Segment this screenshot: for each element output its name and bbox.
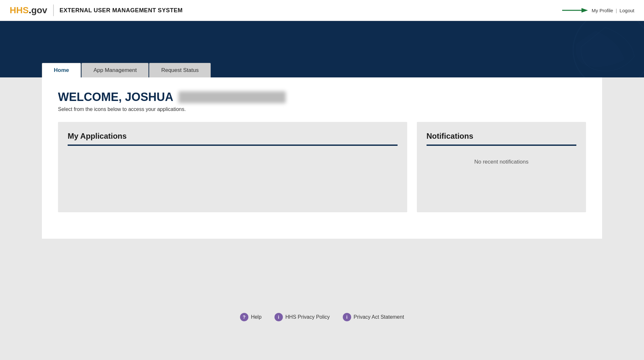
welcome-section: WELCOME, JOSHUA ██████████████ Select fr… (58, 90, 586, 112)
welcome-title: WELCOME, JOSHUA ██████████████ (58, 90, 586, 104)
help-icon: ? (240, 313, 248, 321)
header-right: My Profile | Logout (562, 6, 634, 14)
tab-app-management[interactable]: App Management (82, 63, 149, 77)
content-panel: WELCOME, JOSHUA ██████████████ Select fr… (42, 77, 602, 239)
nav-divider: | (616, 8, 617, 13)
notifications-panel: Notifications No recent notifications (417, 122, 586, 212)
gov-text: gov (31, 5, 47, 15)
hhs-logo: HHS.gov (10, 5, 47, 15)
my-profile-link[interactable]: My Profile (592, 8, 613, 13)
my-applications-panel: My Applications (58, 122, 407, 212)
hhs-privacy-icon: i (274, 313, 283, 321)
header-logo-divider (53, 5, 54, 16)
tab-request-status[interactable]: Request Status (149, 63, 210, 77)
privacy-act-icon: i (343, 313, 351, 321)
hhs-privacy-label: HHS Privacy Policy (285, 314, 330, 320)
svg-marker-1 (582, 8, 588, 13)
nav-banner: Home App Management Request Status (0, 21, 644, 77)
tab-home[interactable]: Home (42, 63, 81, 77)
notifications-underline (427, 145, 576, 146)
header-left: HHS.gov EXTERNAL USER MANAGEMENT SYSTEM (10, 5, 183, 16)
logout-link[interactable]: Logout (620, 8, 634, 13)
site-title: EXTERNAL USER MANAGEMENT SYSTEM (60, 7, 183, 14)
tabs-container: Home App Management Request Status (42, 63, 211, 77)
user-name-blurred: ██████████████ (178, 91, 286, 103)
hhs-privacy-link[interactable]: i HHS Privacy Policy (274, 313, 330, 321)
applications-underline (68, 145, 398, 146)
dot-text: . (29, 5, 31, 15)
site-footer: ? Help i HHS Privacy Policy i Privacy Ac… (0, 303, 644, 331)
green-arrow-icon (562, 6, 588, 14)
site-header: HHS.gov EXTERNAL USER MANAGEMENT SYSTEM … (0, 0, 644, 21)
my-applications-heading: My Applications (68, 132, 398, 141)
notifications-heading: Notifications (427, 132, 576, 141)
help-label: Help (251, 314, 262, 320)
arrow-indicator (562, 6, 588, 14)
hhs-text: HHS (10, 5, 29, 15)
no-notifications-text: No recent notifications (427, 159, 576, 165)
header-nav-links: My Profile | Logout (592, 8, 634, 13)
panels-row: My Applications Notifications No recent … (58, 122, 586, 212)
privacy-act-label: Privacy Act Statement (354, 314, 404, 320)
main-content: WELCOME, JOSHUA ██████████████ Select fr… (0, 77, 644, 303)
banner-decoration (547, 21, 644, 77)
help-link[interactable]: ? Help (240, 313, 262, 321)
welcome-subtitle: Select from the icons below to access yo… (58, 106, 586, 112)
welcome-text: WELCOME, JOSHUA (58, 90, 173, 104)
privacy-act-link[interactable]: i Privacy Act Statement (343, 313, 404, 321)
